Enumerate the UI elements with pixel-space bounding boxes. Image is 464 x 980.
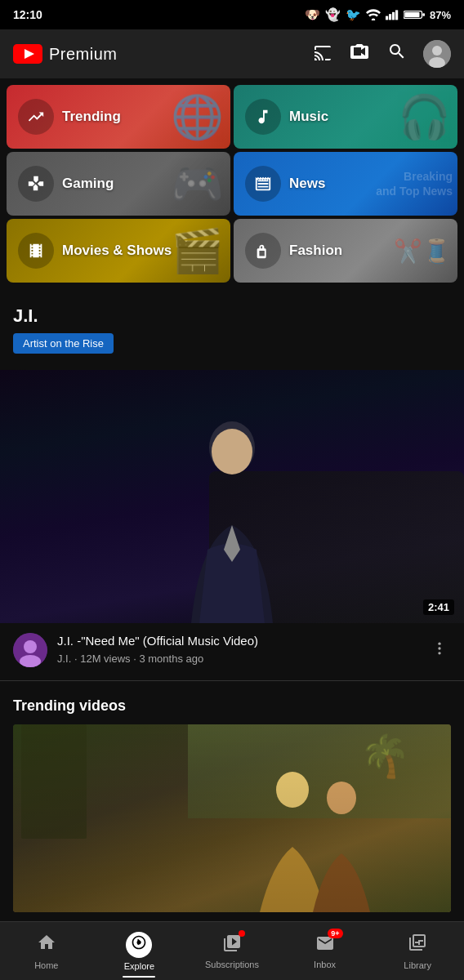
grindr-icon: 🐶 (305, 7, 320, 22)
signal-icon (386, 9, 399, 20)
status-time: 12:10 (13, 8, 42, 21)
video-duration: 2:41 (423, 599, 454, 615)
logo-area: Premium (13, 43, 118, 65)
inbox-label: Inbox (314, 960, 336, 969)
home-icon (37, 933, 56, 957)
movies-icon (18, 233, 54, 269)
fashion-icon (245, 233, 281, 269)
youtube-logo-icon (13, 43, 42, 65)
svg-point-0 (372, 19, 376, 21)
category-fashion[interactable]: ✂️🧵 Fashion (234, 219, 457, 283)
bottom-navigation: Home Explore Subscriptions (0, 921, 464, 980)
person-silhouette (158, 411, 306, 623)
video-sub-info: J.I. · 12M views · 3 months ago (57, 653, 418, 665)
video-meta: J.I. -"Need Me" (Official Music Video) J… (57, 633, 418, 665)
explore-icon (131, 934, 147, 955)
svg-point-18 (438, 642, 440, 644)
video-title: J.I. -"Need Me" (Official Music Video) (57, 633, 418, 649)
top-navigation: Premium (0, 29, 464, 78)
fashion-label: Fashion (289, 243, 342, 259)
camera-icon[interactable] (350, 43, 371, 65)
subscriptions-icon (222, 933, 242, 953)
nav-home[interactable]: Home (0, 926, 93, 977)
home-label: Home (34, 960, 58, 970)
svg-rect-2 (389, 14, 391, 20)
category-news[interactable]: Breakingand Top News News (234, 152, 457, 216)
trending-label: Trending (62, 109, 121, 125)
nav-icons (314, 40, 451, 68)
svg-point-20 (438, 652, 440, 654)
artist-badge[interactable]: Artist on the Rise (13, 333, 114, 354)
category-gaming[interactable]: 🎮 Gaming (7, 152, 230, 216)
snapchat-icon: 👻 (325, 7, 341, 22)
battery-percent: 87% (430, 9, 451, 21)
status-bar: 12:10 🐶 👻 🐦 87% (0, 0, 464, 29)
inbox-badge-wrapper: 9+ (315, 933, 335, 956)
library-label: Library (404, 960, 431, 970)
nav-inbox[interactable]: 9+ Inbox (279, 927, 372, 976)
status-icons: 🐶 👻 🐦 87% (305, 7, 451, 22)
explore-label: Explore (124, 961, 154, 971)
subscriptions-badge-wrapper (222, 933, 242, 956)
svg-point-23 (137, 941, 141, 945)
featured-video-container[interactable]: 2:41 (0, 370, 464, 623)
more-options-icon[interactable] (428, 637, 451, 664)
svg-point-14 (212, 429, 252, 474)
inbox-badge-count: 9+ (328, 929, 342, 938)
preview-overlay (13, 724, 451, 912)
explore-circle (126, 932, 152, 958)
subscriptions-label: Subscriptions (205, 960, 259, 969)
news-icon (245, 166, 281, 202)
twitter-icon: 🐦 (346, 7, 361, 22)
svg-rect-1 (386, 16, 388, 20)
nav-library[interactable]: Library (371, 926, 464, 977)
subscriptions-badge-dot (239, 930, 245, 937)
app-title: Premium (49, 45, 118, 64)
news-label: News (289, 176, 325, 192)
video-thumbnail[interactable]: 2:41 (0, 370, 464, 623)
trending-video-preview[interactable]: 🌴 (13, 724, 451, 912)
svg-rect-6 (422, 13, 425, 16)
user-avatar[interactable] (423, 40, 451, 68)
trending-section-title: Trending videos (13, 697, 451, 715)
channel-avatar[interactable] (13, 633, 47, 667)
svg-point-19 (438, 647, 440, 649)
battery-icon (404, 9, 425, 20)
music-icon (245, 99, 281, 135)
music-label: Music (289, 109, 328, 125)
search-icon[interactable] (387, 42, 407, 66)
cast-icon[interactable] (314, 43, 333, 65)
category-movies[interactable]: 🎬 Movies & Shows (7, 219, 230, 283)
gaming-label: Gaming (62, 176, 114, 192)
svg-rect-4 (395, 10, 398, 20)
category-grid: 🌐 Trending 🎧 Music 🎮 Gaming Breakingand … (0, 78, 464, 289)
svg-rect-7 (404, 12, 419, 17)
movies-label: Movies & Shows (62, 243, 172, 259)
svg-point-16 (24, 640, 37, 653)
artist-section: J.I. Artist on the Rise (0, 289, 464, 360)
trending-icon (18, 99, 54, 135)
wifi-icon (366, 9, 381, 20)
category-trending[interactable]: 🌐 Trending (7, 85, 230, 149)
nav-explore[interactable]: Explore (93, 925, 186, 978)
active-indicator (123, 976, 155, 978)
library-icon (408, 933, 427, 957)
nav-subscriptions[interactable]: Subscriptions (185, 927, 279, 976)
video-info-row: J.I. -"Need Me" (Official Music Video) J… (0, 623, 464, 680)
svg-rect-3 (392, 12, 395, 20)
gaming-icon (18, 166, 54, 202)
svg-point-11 (432, 46, 442, 56)
trending-section: Trending videos 🌴 (0, 681, 464, 912)
category-music[interactable]: 🎧 Music (234, 85, 457, 149)
artist-name: J.I. (13, 305, 451, 327)
